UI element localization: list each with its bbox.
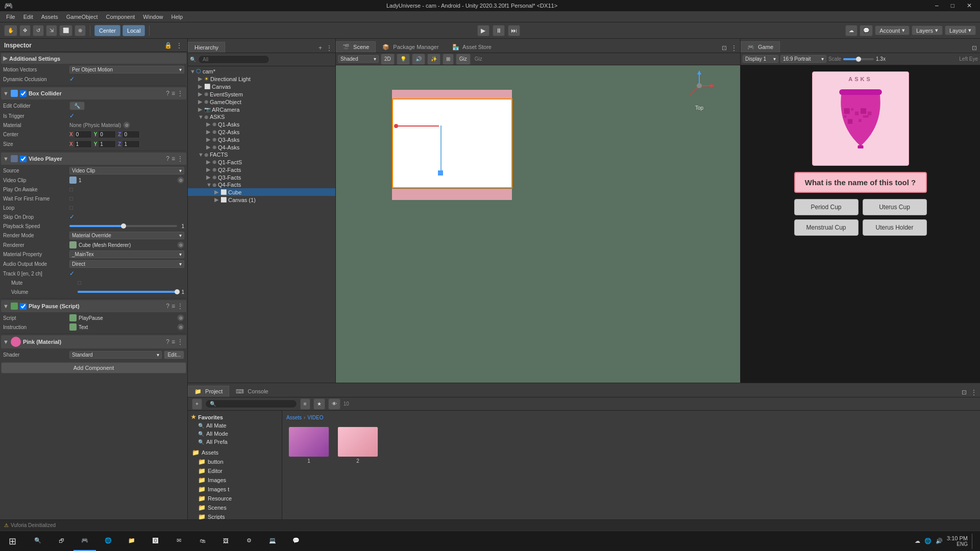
hierarchy-item-q4asks[interactable]: ▶ ⊕ Q4-Asks (188, 143, 335, 151)
scene-more-button[interactable]: ⋮ (730, 43, 738, 53)
menu-gameobject[interactable]: GameObject (62, 13, 102, 21)
size-z-input[interactable] (122, 140, 140, 148)
scene-maximize-button[interactable]: ⊡ (721, 43, 728, 53)
start-button[interactable]: ⊞ (0, 531, 24, 552)
dynamic-occlusion-checkbox[interactable]: ✓ (69, 76, 75, 83)
scene-gizmos-button[interactable]: Giz (456, 54, 471, 65)
menu-help[interactable]: Help (167, 13, 187, 21)
display-dropdown[interactable]: Display 1 ▾ (743, 55, 778, 63)
package-manager-tab[interactable]: 📦 Package Manager (376, 41, 445, 53)
move-tool-button[interactable]: ✥ (19, 25, 31, 36)
hierarchy-more-button[interactable]: ⋮ (325, 43, 333, 53)
breadcrumb-video[interactable]: VIDEO (307, 415, 323, 420)
project-filter-btn[interactable]: ≡ (300, 398, 310, 410)
video-clip-picker-button[interactable]: ⊙ (177, 177, 184, 184)
pause-button[interactable]: ⏸ (493, 25, 505, 36)
playback-speed-slider[interactable]: 1 (69, 223, 184, 229)
pink-material-help-button[interactable]: ? (165, 337, 170, 346)
motion-vectors-dropdown[interactable]: Per Object Motion ▾ (69, 66, 184, 73)
answer-uterus-cup-button[interactable]: Uterus Cup (863, 199, 927, 215)
hierarchy-item-q3asks[interactable]: ▶ ⊕ Q3-Asks (188, 136, 335, 143)
hierarchy-item-eventsystem[interactable]: ▶ ⊕ EventSystem (188, 90, 335, 98)
material-property-dropdown[interactable]: _MainTex ▾ (69, 251, 184, 258)
scene-blue-handle[interactable] (438, 170, 443, 176)
folder-scenes[interactable]: 📁 Scenes (190, 503, 280, 512)
taskbar-task-view-button[interactable]: 🗗 (50, 532, 72, 551)
hierarchy-item-asks[interactable]: ▼ ⊕ ASKS (188, 113, 335, 120)
play-button[interactable]: ▶ (477, 25, 489, 36)
hierarchy-item-directional-light[interactable]: ▶ ☀ Directional Light (188, 75, 335, 83)
project-more-button[interactable]: ⋮ (970, 388, 978, 397)
folder-images[interactable]: 📁 Images (190, 475, 280, 485)
project-eye-btn[interactable]: 👁 (328, 398, 340, 410)
volume-thumb[interactable] (175, 289, 180, 294)
video-player-help-button[interactable]: ? (165, 154, 170, 163)
project-search-input[interactable] (218, 401, 292, 407)
box-collider-enabled-checkbox[interactable] (20, 90, 27, 97)
play-on-awake-checkbox[interactable]: □ (69, 186, 73, 193)
box-collider-more-button[interactable]: ⋮ (176, 89, 184, 98)
center-z-input[interactable] (122, 131, 140, 138)
layout-dropdown[interactable]: Layout ▾ (945, 26, 976, 35)
play-pause-preset-button[interactable]: ≡ (170, 302, 176, 311)
game-tab[interactable]: 🎮 Game (741, 41, 780, 53)
hierarchy-item-q4facts[interactable]: ▼ ⊕ Q4-Facts (188, 181, 335, 188)
taskbar-discord-button[interactable]: 💬 (285, 532, 307, 551)
volume-slider[interactable]: 1 (78, 289, 184, 295)
asset-item-1[interactable]: 1 (286, 424, 331, 466)
folder-resource[interactable]: 📁 Resource (190, 494, 280, 503)
edit-collider-button[interactable]: 🔧 (69, 102, 85, 110)
hierarchy-item-q1asks[interactable]: ▶ ⊕ Q1-Asks (188, 120, 335, 128)
video-player-more-button[interactable]: ⋮ (176, 154, 184, 163)
taskbar-store-button[interactable]: 🛍 (191, 532, 213, 551)
assets-root-item[interactable]: 📁 Assets (190, 448, 280, 457)
renderer-picker-button[interactable]: ⊙ (177, 241, 184, 248)
transform-tool-button[interactable]: ⊕ (75, 25, 86, 36)
game-maximize-button[interactable]: ⊡ (971, 43, 978, 53)
answer-period-cup-button[interactable]: Period Cup (794, 199, 859, 215)
render-mode-dropdown[interactable]: Material Override ▾ (69, 232, 184, 239)
menu-component[interactable]: Component (102, 13, 139, 21)
play-pause-enabled-checkbox[interactable] (20, 303, 27, 310)
script-picker-button[interactable]: ⊙ (177, 314, 184, 321)
taskbar-mail-button[interactable]: ✉ (167, 532, 190, 551)
center-x-input[interactable] (74, 131, 92, 138)
console-tab[interactable]: ⌨ Console (229, 386, 275, 397)
hierarchy-search-input[interactable] (198, 55, 270, 64)
hierarchy-item-facts[interactable]: ▼ ⊕ FACTS (188, 151, 335, 158)
taskbar-vscode-button[interactable]: 💻 (261, 532, 284, 551)
favorites-all-mate[interactable]: 🔍 All Mate (190, 421, 280, 430)
center-toggle-button[interactable]: Center (94, 25, 120, 36)
project-add-button[interactable]: + (192, 398, 202, 410)
inspector-lock-button[interactable]: 🔒 (163, 41, 173, 50)
track0-checkbox[interactable]: ✓ (69, 270, 75, 277)
breadcrumb-assets[interactable]: Assets (286, 415, 302, 420)
aspect-dropdown[interactable]: 16:9 Portrait ▾ (780, 55, 826, 63)
taskbar-photos-button[interactable]: 🖼 (214, 532, 237, 551)
account-dropdown[interactable]: Account ▾ (875, 26, 910, 35)
menu-assets[interactable]: Assets (37, 13, 62, 21)
hierarchy-item-q2asks[interactable]: ▶ ⊕ Q2-Asks (188, 128, 335, 136)
source-dropdown[interactable]: Video Clip ▾ (69, 167, 184, 174)
scene-grid-button[interactable]: ⊞ (443, 54, 454, 65)
hierarchy-item-gameobject[interactable]: ▶ ⊕ GameObject (188, 98, 335, 106)
hierarchy-tab[interactable]: Hierarchy (188, 42, 225, 53)
project-lock-button[interactable]: ⊡ (961, 388, 968, 397)
onedrive-icon[interactable]: ☁ (915, 538, 920, 544)
folder-editor[interactable]: 📁 Editor (190, 466, 280, 475)
hierarchy-item-cube[interactable]: ▶ ⬜ Cube (188, 188, 335, 196)
scale-tool-button[interactable]: ⇲ (46, 25, 57, 36)
menu-edit[interactable]: Edit (19, 13, 37, 21)
taskbar-unity-button[interactable]: 🎮 (74, 532, 96, 551)
taskbar-clock[interactable]: 3:10 PM ENG (947, 535, 968, 547)
local-toggle-button[interactable]: Local (122, 25, 145, 36)
minimize-button[interactable]: – (931, 2, 943, 9)
taskbar-search-button[interactable]: 🔍 (27, 532, 49, 551)
menu-window[interactable]: Window (139, 13, 167, 21)
favorites-header[interactable]: ★ Favorites (190, 413, 280, 421)
network-icon[interactable]: 🌐 (924, 538, 932, 544)
hierarchy-item-q3facts[interactable]: ▶ ⊕ Q3-Facts (188, 173, 335, 181)
center-y-input[interactable] (98, 131, 116, 138)
playback-speed-thumb[interactable] (121, 223, 126, 229)
is-trigger-checkbox[interactable]: ✓ (69, 112, 75, 119)
